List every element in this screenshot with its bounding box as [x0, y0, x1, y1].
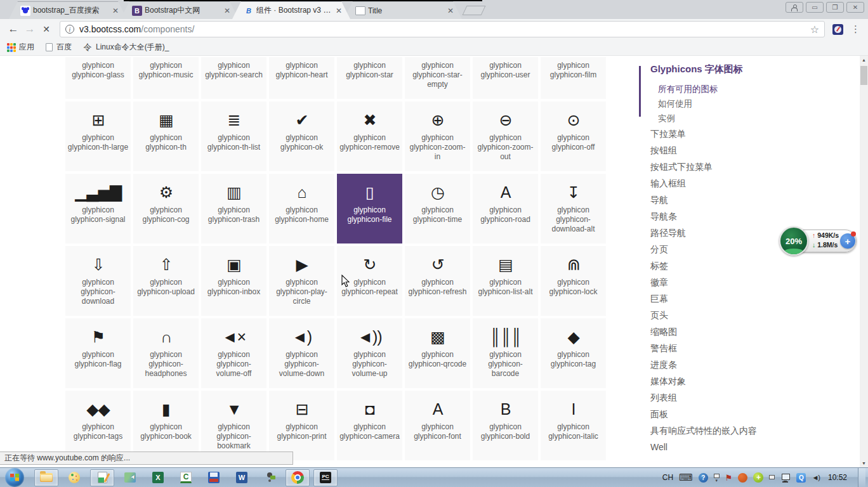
- bookmark-star-icon[interactable]: ☆: [810, 23, 819, 36]
- tab-close-icon[interactable]: ✕: [110, 6, 121, 15]
- glyphicon-cell[interactable]: glyphicon glyphicon-film: [541, 57, 606, 99]
- windows-stack-icon[interactable]: [769, 475, 775, 480]
- glyphicon-cell[interactable]: ⇧ glyphicon glyphicon-upload: [133, 246, 199, 316]
- sidebar-link[interactable]: Well: [650, 439, 841, 455]
- glyphicon-cell[interactable]: ║║║ glyphicon glyphicon-barcode: [473, 318, 538, 388]
- taskbar-app-icon[interactable]: [90, 469, 114, 486]
- glyphicon-cell[interactable]: ▶ glyphicon glyphicon-play-circle: [269, 246, 334, 316]
- glyphicon-cell[interactable]: ◘ glyphicon glyphicon-camera: [337, 391, 402, 460]
- page-info-icon[interactable]: i: [65, 25, 74, 34]
- glyphicon-cell[interactable]: glyphicon glyphicon-search: [201, 57, 266, 99]
- glyphicon-cell[interactable]: ▥ glyphicon glyphicon-trash: [201, 174, 266, 244]
- sidebar-link[interactable]: 所有可用的图标: [658, 82, 841, 96]
- glyphicon-cell[interactable]: ▼ glyphicon glyphicon-bookmark: [201, 391, 266, 460]
- language-indicator[interactable]: CH: [662, 473, 673, 482]
- sidebar-link[interactable]: 页头: [650, 307, 841, 323]
- sidebar-link[interactable]: 徽章: [650, 274, 841, 290]
- sidebar-link[interactable]: 巨幕: [650, 290, 841, 307]
- orange-tray-icon[interactable]: [738, 473, 747, 483]
- taskbar-app-icon[interactable]: [202, 469, 226, 486]
- stop-button[interactable]: ✕: [38, 24, 55, 34]
- sidebar-link[interactable]: 输入框组: [650, 175, 841, 192]
- glyphicon-cell[interactable]: ⋒ glyphicon glyphicon-lock: [541, 246, 606, 316]
- new-tab-button[interactable]: [463, 6, 486, 15]
- download-speed-widget[interactable]: 20% ↑949K/s ↓1.8M/s +: [779, 228, 857, 254]
- tab-close-icon[interactable]: ✕: [222, 6, 232, 15]
- bookmark-item[interactable]: 令 Linux命令大全(手册)_: [83, 42, 169, 53]
- taskbar-app-icon[interactable]: [118, 469, 142, 486]
- glyphicon-cell[interactable]: ⊟ glyphicon glyphicon-print: [269, 391, 334, 460]
- taskbar-app-icon[interactable]: [230, 469, 254, 486]
- volume-icon[interactable]: ◄): [812, 474, 820, 481]
- glyphicon-cell[interactable]: glyphicon glyphicon-heart: [269, 57, 334, 99]
- show-desktop-button[interactable]: [858, 468, 865, 487]
- start-button[interactable]: [5, 468, 24, 487]
- glyphicon-cell[interactable]: ▣ glyphicon glyphicon-inbox: [201, 246, 266, 316]
- glyphicon-cell[interactable]: ⇩ glyphicon glyphicon-download: [65, 246, 131, 316]
- glyphicon-cell[interactable]: ✔ glyphicon glyphicon-ok: [269, 101, 334, 171]
- glyphicon-cell[interactable]: glyphicon glyphicon-music: [133, 57, 199, 99]
- taskbar-app-icon[interactable]: [286, 469, 310, 486]
- taskbar-app-icon[interactable]: [62, 469, 86, 486]
- bookmark-item[interactable]: 应用: [6, 42, 34, 53]
- glyphicon-cell[interactable]: ⊙ glyphicon glyphicon-off: [541, 101, 606, 171]
- sidebar-link[interactable]: 警告框: [650, 340, 841, 356]
- glyphicon-cell[interactable]: ⊞ glyphicon glyphicon-th-large: [65, 101, 131, 171]
- back-button[interactable]: ←: [5, 23, 22, 36]
- glyphicon-cell[interactable]: glyphicon glyphicon-user: [473, 57, 538, 99]
- sidebar-link[interactable]: 缩略图: [650, 323, 841, 340]
- glyphicon-cell[interactable]: glyphicon glyphicon-star: [337, 57, 402, 99]
- sidebar-link[interactable]: 导航条: [650, 208, 841, 224]
- sidebar-link[interactable]: 如何使用: [658, 96, 841, 111]
- sidebar-link[interactable]: 按钮式下拉菜单: [650, 159, 841, 175]
- keyboard-icon[interactable]: ⌨: [679, 472, 693, 483]
- scrollbar-thumb[interactable]: [860, 66, 867, 85]
- glyphicon-cell[interactable]: ◆ glyphicon glyphicon-tag: [541, 318, 606, 388]
- hidden-icons-expander[interactable]: ▾: [714, 474, 720, 482]
- pin-tray-icon[interactable]: ⚑: [725, 473, 733, 483]
- browser-tab[interactable]: B Bootstrap中文网 ✕: [121, 1, 239, 19]
- glyphicon-cell[interactable]: ◄× glyphicon glyphicon-volume-off: [201, 318, 266, 388]
- security-shield-icon[interactable]: +: [753, 472, 763, 483]
- bookmark-item[interactable]: 百度: [46, 42, 72, 53]
- sidebar-link[interactable]: 媒体对象: [650, 373, 841, 389]
- glyphicon-cell[interactable]: ≣ glyphicon glyphicon-th-list: [201, 101, 266, 171]
- glyphicon-cell[interactable]: glyphicon glyphicon-star-empty: [405, 57, 470, 99]
- glyphicon-cell[interactable]: ▦ glyphicon glyphicon-th: [133, 101, 199, 171]
- taskbar-app-icon[interactable]: [146, 469, 170, 486]
- glyphicon-cell[interactable]: ⊕ glyphicon glyphicon-zoom-in: [405, 101, 470, 171]
- page-scrollbar[interactable]: ▲ ▼: [860, 56, 868, 467]
- close-button[interactable]: ✕: [846, 2, 864, 13]
- scroll-up-icon[interactable]: ▲: [860, 56, 868, 64]
- sidebar-link[interactable]: 按钮组: [650, 142, 841, 159]
- sidebar-link[interactable]: 实例: [658, 111, 841, 126]
- glyphicon-cell[interactable]: B glyphicon glyphicon-bold: [473, 391, 538, 460]
- glyphicon-cell[interactable]: glyphicon glyphicon-glass: [65, 57, 131, 99]
- taskbar-app-icon[interactable]: [313, 469, 338, 486]
- glyphicon-cell[interactable]: ▮ glyphicon glyphicon-book: [133, 391, 199, 460]
- glyphicon-cell[interactable]: A glyphicon glyphicon-font: [405, 391, 470, 460]
- sidebar-link[interactable]: 列表组: [650, 389, 841, 406]
- sidebar-link[interactable]: 进度条: [650, 356, 841, 373]
- minimize-button[interactable]: ▭: [806, 2, 824, 13]
- glyphicon-cell[interactable]: ▩ glyphicon glyphicon-qrcode: [405, 318, 470, 388]
- sidebar-section-title[interactable]: Glyphicons 字体图标: [650, 63, 841, 75]
- glyphicon-cell[interactable]: ◄) glyphicon glyphicon-volume-down: [269, 318, 334, 388]
- tab-close-icon[interactable]: ✕: [445, 6, 456, 15]
- glyphicon-cell[interactable]: ◷ glyphicon glyphicon-time: [405, 174, 470, 244]
- glyphicon-cell[interactable]: ▁▃▅▇ glyphicon glyphicon-signal: [65, 174, 131, 244]
- sidebar-link[interactable]: 标签: [650, 257, 841, 274]
- tab-close-icon[interactable]: ✕: [334, 6, 344, 15]
- scroll-down-icon[interactable]: ▼: [860, 459, 868, 467]
- glyphicon-cell[interactable]: ↧ glyphicon glyphicon-download-alt: [541, 174, 606, 244]
- glyphicon-cell[interactable]: ⊖ glyphicon glyphicon-zoom-out: [473, 101, 538, 171]
- glyphicon-cell[interactable]: ▤ glyphicon glyphicon-list-alt: [473, 246, 538, 316]
- glyphicon-cell[interactable]: ∩ glyphicon glyphicon-headphones: [133, 318, 199, 388]
- speed-progress-circle[interactable]: 20%: [779, 226, 808, 256]
- taskbar-app-icon[interactable]: [258, 469, 282, 486]
- messenger-icon[interactable]: Q: [796, 473, 806, 483]
- glyphicon-cell[interactable]: ◄)) glyphicon glyphicon-volume-up: [337, 318, 402, 388]
- glyphicon-cell[interactable]: ⌂ glyphicon glyphicon-home: [269, 174, 334, 244]
- restore-button[interactable]: ❐: [826, 2, 844, 13]
- sidebar-link[interactable]: 面板: [650, 406, 841, 422]
